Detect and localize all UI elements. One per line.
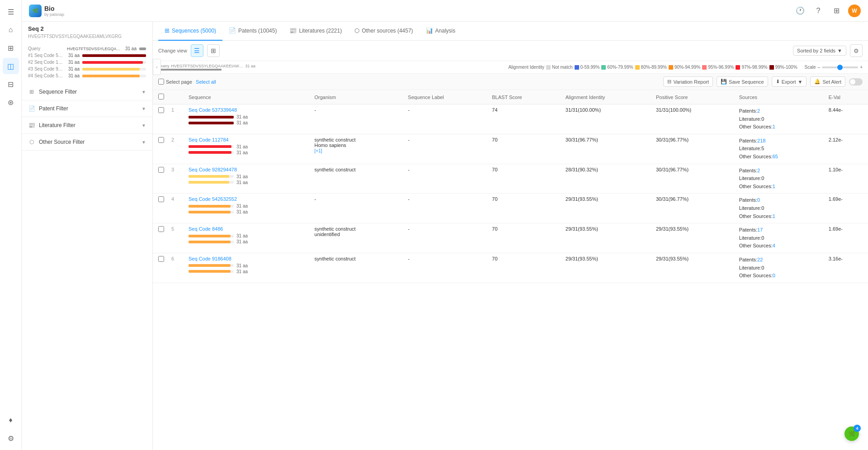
content-area: Seq 2 HVEGTFTSDVSSYLEGQAAKEEIAMLVKGRG Qu… bbox=[22, 22, 868, 450]
row-number-cell: 2 bbox=[170, 134, 183, 164]
legend-box-60-79 bbox=[601, 65, 606, 70]
tab-other-sources[interactable]: ⬡ Other sources (4457) bbox=[348, 22, 419, 41]
row-evalue-cell: 1.69e- bbox=[823, 194, 868, 223]
sources-other-link-4[interactable]: 4 bbox=[773, 243, 775, 248]
sources-other-link-1[interactable]: 65 bbox=[773, 154, 778, 159]
sources-patents-link-5[interactable]: 22 bbox=[757, 257, 763, 262]
sources-lit-val-4: 0 bbox=[761, 235, 764, 241]
sources-patents-link-1[interactable]: 218 bbox=[757, 138, 765, 143]
variation-report-icon: ⊟ bbox=[667, 79, 671, 85]
save-sequence-button[interactable]: 💾 Save Sequence bbox=[717, 76, 768, 87]
sources-patents-link-4[interactable]: 17 bbox=[757, 227, 763, 232]
history-icon[interactable]: 🕐 bbox=[794, 5, 807, 17]
row-checkbox-2[interactable] bbox=[158, 167, 164, 173]
col-sources: Sources bbox=[734, 90, 823, 104]
row-label-cell: - bbox=[402, 253, 486, 283]
row-organism-cell: synthetic construct bbox=[309, 164, 403, 194]
sequence-link-5[interactable]: Seq Code 9186408 bbox=[189, 256, 231, 261]
other-source-filter-header[interactable]: ⬡ Other Source Filter ▼ bbox=[22, 134, 152, 150]
row-checkbox-5[interactable] bbox=[158, 256, 164, 262]
tab-sequences[interactable]: ⊞ Sequences (5000) bbox=[158, 22, 222, 41]
nav-analytics-icon[interactable]: ⊛ bbox=[3, 94, 19, 110]
sequence-link-0[interactable]: Seq Code 537339648 bbox=[189, 107, 237, 113]
sources-other-label-0: Other Sources: bbox=[739, 124, 773, 129]
sources-other-link-3[interactable]: 1 bbox=[773, 213, 775, 219]
literature-filter-header[interactable]: 📰 Literature Filter ▼ bbox=[22, 117, 152, 133]
grid-view-button[interactable]: ⊞ bbox=[207, 44, 220, 57]
nav-collections-icon[interactable]: ♦ bbox=[3, 412, 19, 428]
tab-patents-icon: 📄 bbox=[229, 27, 236, 34]
help-icon[interactable]: ? bbox=[812, 5, 825, 17]
legend-99-100: 99%-100% bbox=[769, 65, 797, 70]
nav-settings-icon[interactable]: ⚙ bbox=[3, 430, 19, 446]
row-blast-cell: 74 bbox=[486, 104, 560, 134]
select-all-link[interactable]: Select all bbox=[196, 79, 216, 85]
select-page-checkbox[interactable] bbox=[158, 79, 164, 85]
sources-patents-label-4: Patents: bbox=[739, 227, 757, 232]
nav-dashboard-icon[interactable]: ⊟ bbox=[3, 76, 19, 92]
user-avatar[interactable]: W bbox=[848, 5, 861, 17]
list-view-button[interactable]: ☰ bbox=[191, 44, 203, 57]
set-alert-button[interactable]: 🔔 Set Alert bbox=[810, 76, 845, 87]
sequence-link-1[interactable]: Seq Code 112784 bbox=[189, 137, 229, 142]
row-organism-cell: synthetic constructHomo sapiens[+1] bbox=[309, 134, 403, 164]
bar-top-4 bbox=[189, 235, 231, 237]
nav-menu-icon[interactable]: ☰ bbox=[3, 4, 19, 20]
row-checkbox-3[interactable] bbox=[158, 196, 164, 202]
row-checkbox-1[interactable] bbox=[158, 137, 164, 143]
apps-icon[interactable]: ⊞ bbox=[830, 5, 843, 17]
select-page-label[interactable]: Select page bbox=[158, 79, 192, 85]
sources-patents-link-2[interactable]: 2 bbox=[757, 168, 760, 173]
table-row: 6 Seq Code 9186408 31 aa 31 aa synthetic bbox=[153, 253, 868, 283]
organism-extra[interactable]: [+1] bbox=[315, 148, 322, 153]
bar-bottom-aa-0: 31 aa bbox=[236, 120, 248, 125]
row-checkbox-0[interactable] bbox=[158, 107, 164, 113]
sources-patents-link-0[interactable]: 2 bbox=[757, 108, 760, 114]
sequence-link-2[interactable]: Seq Code 928294478 bbox=[189, 167, 237, 172]
legend-box-80-89 bbox=[635, 65, 640, 70]
bar-top-aa-4: 31 aa bbox=[236, 233, 248, 238]
patent-filter-header[interactable]: 📄 Patent Filter ▼ bbox=[22, 100, 152, 117]
tab-analysis[interactable]: 📊 Analysis bbox=[420, 22, 462, 41]
row-sources-cell: Patents:17 Literature:0 Other Sources:4 bbox=[734, 223, 823, 253]
tab-patents[interactable]: 📄 Patents (10045) bbox=[222, 22, 283, 41]
sources-other-link-2[interactable]: 1 bbox=[773, 184, 775, 189]
scale-minus-icon[interactable]: – bbox=[818, 65, 821, 70]
tab-sequences-icon: ⊞ bbox=[165, 27, 170, 34]
scale-plus-icon[interactable]: + bbox=[860, 65, 863, 70]
tab-other-sources-label: Other sources (4457) bbox=[362, 28, 413, 34]
legend-97-98: 97%-98.99% bbox=[736, 65, 767, 70]
row-evalue-cell: 2.12e- bbox=[823, 134, 868, 164]
alignment-identity-label: Alignment Identity bbox=[508, 65, 544, 70]
floating-notification-badge[interactable]: 🌿 4 bbox=[844, 426, 859, 441]
scale-slider[interactable] bbox=[822, 66, 858, 68]
column-settings-button[interactable]: ⚙ bbox=[850, 44, 863, 57]
set-alert-toggle[interactable] bbox=[849, 78, 863, 85]
sequence-link-4[interactable]: Seq Code 8486 bbox=[189, 226, 223, 232]
nav-search-icon[interactable]: ⊞ bbox=[3, 40, 19, 56]
nav-results-icon[interactable]: ◫ bbox=[3, 58, 19, 74]
sequence-filter-icon: ⊞ bbox=[28, 88, 35, 95]
organism-text-2: synthetic construct bbox=[315, 167, 397, 172]
sources-patents-link-3[interactable]: 0 bbox=[757, 197, 760, 203]
tab-analysis-icon: 📊 bbox=[426, 27, 433, 34]
sources-other-link-0[interactable]: 1 bbox=[773, 124, 775, 129]
sources-patents-label-0: Patents: bbox=[739, 108, 757, 114]
sources-other-link-5[interactable]: 0 bbox=[773, 273, 775, 278]
top-bar-left: 🌿 Bio by patsnap bbox=[29, 5, 64, 17]
sort-button[interactable]: Sorted by 2 fields ▼ bbox=[793, 46, 846, 56]
nav-home-icon[interactable]: ⌂ bbox=[3, 22, 19, 38]
collapse-sidebar-button[interactable]: ‹ bbox=[153, 59, 161, 75]
row-checkbox-4[interactable] bbox=[158, 226, 164, 232]
app-title: Bio bbox=[44, 5, 64, 12]
export-button[interactable]: ⬇ Export ▼ bbox=[772, 76, 807, 87]
sequence-filter-header[interactable]: ⊞ Sequence Filter ▼ bbox=[22, 84, 152, 100]
toolbar-left: Change view ☰ ⊞ bbox=[158, 44, 220, 57]
legend-95-96: 95%-96.99% bbox=[702, 65, 734, 70]
sources-lit-val-1: 5 bbox=[761, 146, 764, 151]
tab-literatures[interactable]: 📰 Literatures (2221) bbox=[283, 22, 348, 41]
variation-report-button[interactable]: ⊟ Variation Report bbox=[663, 76, 713, 87]
sequence-link-3[interactable]: Seq Code 542632552 bbox=[189, 196, 237, 202]
row3-aa: 31 aa bbox=[67, 66, 80, 71]
header-checkbox[interactable] bbox=[158, 94, 164, 99]
